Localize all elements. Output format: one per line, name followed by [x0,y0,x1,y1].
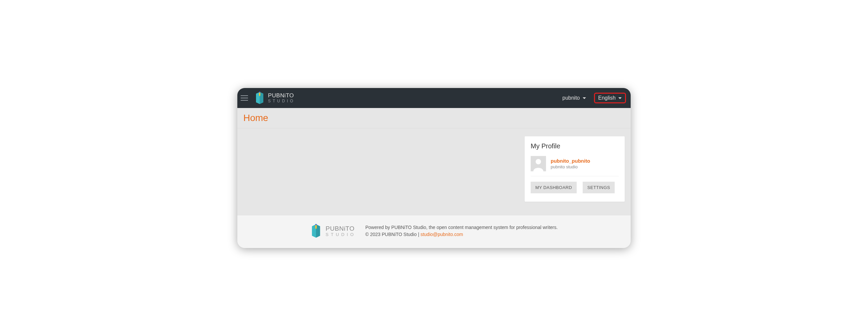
footer-text: Powered by PUBNiTO Studio, the open cont… [365,224,558,238]
footer-brand-name: PUBNiTO [326,225,356,232]
page-title-bar: Home [237,108,631,128]
page-title: Home [243,113,625,123]
main-content: My Profile pubnito_pubnito pubnito studi… [237,128,631,215]
user-label: pubnito [562,95,580,101]
menu-icon[interactable] [240,93,249,103]
brand-name: PUBNiTO [268,93,295,99]
footer-tagline: Powered by PUBNiTO Studio, the open cont… [365,224,558,231]
avatar [531,156,546,171]
topbar: PUBNiTO STUDIO pubnito English [237,88,631,108]
language-dropdown[interactable]: English [594,93,626,103]
footer-email-link[interactable]: studio@pubnito.com [420,232,463,237]
profile-row: pubnito_pubnito pubnito studio [531,156,619,176]
settings-button[interactable]: SETTINGS [583,182,615,193]
footer-logo: PUBNiTO STUDIO [310,224,356,238]
brand-subtitle: STUDIO [268,99,295,103]
topbar-right: pubnito English [560,93,626,103]
profile-org: pubnito studio [551,164,590,169]
profile-username[interactable]: pubnito_pubnito [551,158,590,164]
svg-point-4 [536,159,541,164]
footer-brand-subtitle: STUDIO [326,232,356,237]
book-icon [255,92,265,104]
chevron-down-icon [583,97,586,99]
svg-marker-8 [315,224,317,225]
book-icon [310,224,322,238]
language-label: English [598,95,616,101]
footer-copyright: © 2023 PUBNiTO Studio | [365,232,420,237]
svg-marker-3 [259,92,260,93]
footer: PUBNiTO STUDIO Powered by PUBNiTO Studio… [237,215,631,248]
app-frame: PUBNiTO STUDIO pubnito English Home My P… [237,88,631,248]
user-dropdown[interactable]: pubnito [560,94,588,102]
my-dashboard-button[interactable]: MY DASHBOARD [531,182,577,193]
profile-heading: My Profile [531,142,619,150]
brand-logo[interactable]: PUBNiTO STUDIO [255,92,295,104]
chevron-down-icon [618,97,622,99]
person-icon [531,156,546,171]
profile-card: My Profile pubnito_pubnito pubnito studi… [525,136,625,202]
